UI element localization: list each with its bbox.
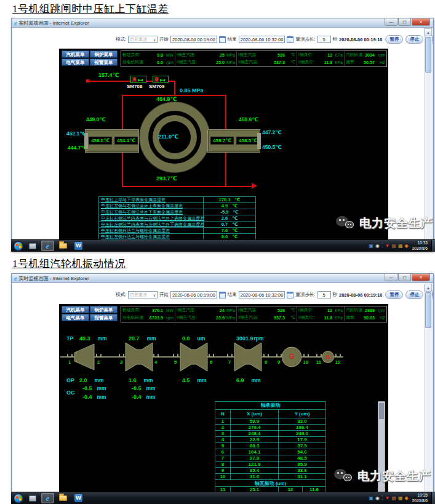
taskbar-wps-icon[interactable]: W	[72, 493, 85, 503]
minimize-button[interactable]: —	[385, 274, 397, 281]
calendar-icon[interactable]	[287, 36, 293, 43]
app-tray-icon-1[interactable]: ▦	[391, 240, 396, 252]
mode-select[interactable]: 历史重演 ∨	[128, 291, 158, 298]
clock-date: 2020/8/6	[412, 498, 428, 504]
left-temp-2: 452.1℃	[66, 130, 86, 137]
taskbar-clock[interactable]: 10:35 2020/8/6	[412, 493, 428, 504]
taskbar-app-icon[interactable]	[26, 241, 39, 251]
hidden-icons-dots[interactable]: ⁚	[381, 240, 383, 252]
reading-value: 4.5	[182, 377, 190, 383]
end-time-input[interactable]: 2020-08-06 10:32:00	[239, 291, 285, 298]
taskbar-wps-icon[interactable]: W	[72, 241, 85, 251]
status-value: 11.8	[324, 315, 332, 321]
status-label: I侧主汽温:	[238, 307, 257, 313]
input-method-tray-icon[interactable]: ◆	[405, 492, 409, 504]
volume-tray-icon[interactable]: ◉	[375, 240, 380, 252]
taskbar-ie-icon[interactable]: e	[41, 493, 54, 503]
inner-scrollbar-thumb[interactable]	[379, 403, 384, 419]
calendar-icon[interactable]	[287, 292, 293, 298]
folder-icon	[59, 495, 67, 501]
status-item: I侧真空:12KPa	[297, 306, 345, 314]
steam-pressure: 0.85 MPa	[180, 87, 204, 94]
input-method-tray-icon[interactable]: ◆	[405, 240, 409, 252]
menu-electrical[interactable]: 电气菜单	[62, 58, 89, 66]
start-button[interactable]	[14, 494, 23, 503]
pause-button[interactable]: 暂停	[385, 35, 403, 44]
w-tile-icon: W	[74, 242, 82, 250]
taskbar-explorer-icon[interactable]	[57, 493, 70, 503]
mode-select[interactable]: 历史重演 ∨	[128, 36, 158, 43]
taskbar-ie-icon[interactable]: e	[41, 241, 54, 251]
table-row: 422.917.9	[215, 436, 325, 442]
network-tray-icon[interactable]: ▣	[369, 240, 373, 252]
status-item: 发电机转速:6733.9rpm	[121, 314, 175, 321]
status-label: II侧主汽温:	[238, 314, 258, 321]
temp-diff-desc: 中压缸左侧外法兰与螺栓金属温度差	[99, 234, 204, 239]
cell: N	[215, 410, 230, 418]
unit: ℃	[232, 203, 237, 209]
scroll-up-icon[interactable]: ▲	[425, 284, 432, 292]
table-header: NX (um)Y (um)	[215, 409, 325, 418]
status-item: II侧真空:11.8KPa	[297, 58, 345, 66]
maximize-button[interactable]: ▢	[398, 18, 411, 26]
bearing-icon	[335, 354, 341, 358]
menu-electrical[interactable]: 电气菜单	[62, 314, 89, 321]
status-label: I侧真空:	[298, 307, 313, 313]
show-desktop-button[interactable]	[431, 240, 435, 252]
stop-button[interactable]: 停止	[405, 35, 423, 44]
taskbar-explorer-icon[interactable]	[57, 241, 70, 251]
start-time-input[interactable]: 2020-08-06 00:19:00	[170, 36, 217, 43]
reading: -0.5mm	[82, 385, 106, 391]
close-button[interactable]: ✕	[412, 274, 430, 281]
menu-boiler[interactable]: 锅炉菜单	[90, 50, 118, 58]
minimize-button[interactable]: —	[385, 18, 397, 26]
status-label: II侧主汽压:	[177, 314, 197, 321]
calendar-icon[interactable]	[219, 36, 226, 43]
pause-button[interactable]: 暂停	[385, 290, 403, 299]
network-tray-icon[interactable]: ▣	[369, 492, 373, 504]
unit: ℃	[233, 209, 238, 215]
volume-tray-icon[interactable]: ◉	[375, 492, 380, 504]
menu-alarm[interactable]: 报警菜单	[90, 58, 118, 66]
stop-button[interactable]: 停止	[405, 290, 423, 299]
window-titlebar[interactable]: e 实时监视画面 - Internet Explorer — ▢ ✕	[12, 18, 433, 28]
temp-diff-value: -5.9℃	[204, 209, 255, 215]
app-tray-icon-2[interactable]: ▦	[398, 240, 403, 252]
table-title: 轴承振动	[215, 402, 325, 409]
app-tray-icon-2[interactable]: ▦	[398, 492, 403, 504]
start-time-input[interactable]: 2020-08-06 00:19:00	[170, 291, 217, 298]
window-titlebar[interactable]: e 实时监视画面 - Internet Explorer — ▢ ✕	[12, 274, 433, 283]
valve-icon: ▶◀	[160, 78, 164, 82]
menu-boiler[interactable]: 锅炉菜单	[90, 306, 118, 313]
step-input[interactable]: 5	[317, 36, 331, 43]
scrollbar-thumb[interactable]	[425, 37, 431, 73]
step-input[interactable]: 5	[317, 291, 331, 298]
cell: 104.1	[230, 449, 278, 455]
reading-value: 3001.9	[236, 335, 253, 342]
menu-turbine[interactable]: 汽机菜单	[62, 306, 89, 313]
cell: 196.4	[278, 425, 325, 430]
value: 170.1	[219, 197, 231, 202]
taskbar-clock[interactable]: 10:33 2020/8/6	[412, 241, 428, 252]
menu-turbine[interactable]: 汽机菜单	[62, 50, 89, 58]
clock-time: 10:33	[412, 241, 428, 246]
valve-b-letter: B	[154, 77, 159, 82]
end-time-input[interactable]: 2020-08-06 10:32:00	[239, 36, 285, 43]
close-button[interactable]: ✕	[412, 18, 430, 26]
right-flange-temp-2: 458.5℃	[236, 137, 260, 145]
ie-logo-icon: e	[14, 20, 17, 26]
antivirus-tray-icon[interactable]: ▼	[385, 240, 389, 252]
status-label: I侧真空:	[298, 52, 313, 58]
maximize-button[interactable]: ▢	[398, 274, 411, 281]
start-button[interactable]	[14, 241, 23, 251]
app-tray-icon-1[interactable]: ▦	[391, 492, 396, 504]
menu-alarm[interactable]: 报警菜单	[90, 314, 118, 321]
antivirus-tray-icon[interactable]: ▼	[385, 492, 389, 504]
calendar-icon[interactable]	[219, 292, 226, 298]
scrollbar-thumb[interactable]	[425, 292, 431, 328]
hidden-icons-dots[interactable]: ⁚	[381, 492, 383, 504]
cell: 17.9	[278, 437, 325, 442]
scroll-up-icon[interactable]: ▲	[425, 28, 432, 36]
taskbar-app-icon[interactable]	[26, 493, 39, 503]
show-desktop-button[interactable]	[431, 492, 435, 504]
